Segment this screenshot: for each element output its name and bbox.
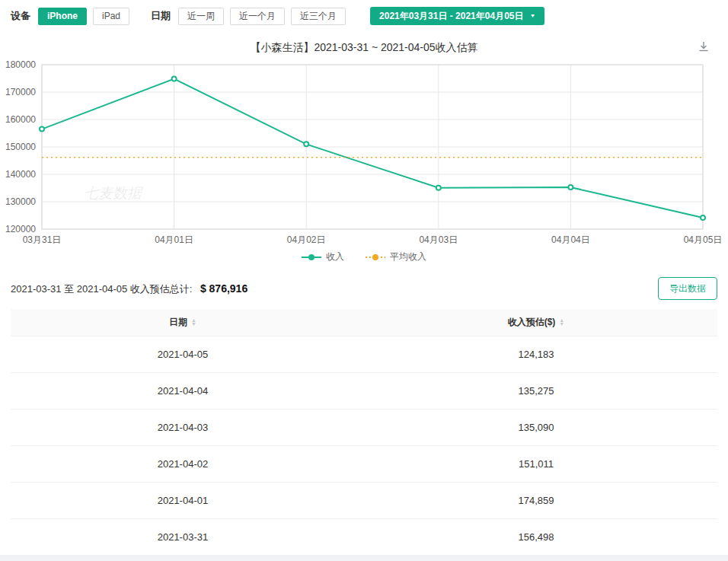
cell-revenue: 151,011	[355, 445, 717, 482]
svg-text:140000: 140000	[5, 169, 36, 180]
legend-marker-icon	[366, 253, 385, 261]
chart-title: 【小森生活】2021-03-31 ~ 2021-04-05收入估算	[250, 41, 477, 53]
table-header-row: 日期 ▲ ▼ 收入预估($) ▲ ▼	[11, 309, 717, 336]
chart-legend: 收入平均收入	[0, 250, 728, 263]
svg-text:180000: 180000	[5, 59, 36, 70]
sort-desc-icon: ▼	[191, 322, 196, 326]
column-header-date[interactable]: 日期 ▲ ▼	[11, 309, 355, 336]
table-row: 2021-04-04 135,275	[11, 372, 717, 409]
revenue-table: 日期 ▲ ▼ 收入预估($) ▲ ▼ 2021-04-0	[11, 309, 717, 556]
cell-date: 2021-04-02	[11, 445, 355, 482]
cell-revenue: 135,275	[355, 372, 717, 409]
device-label: 设备	[11, 9, 30, 23]
chevron-down-icon: ▼	[530, 13, 536, 18]
date-label: 日期	[151, 9, 171, 23]
summary-amount: $ 876,916	[200, 282, 247, 295]
table-row: 2021-04-01 174,859	[11, 482, 717, 518]
page-background-strip	[0, 555, 728, 561]
svg-text:七麦数据: 七麦数据	[84, 185, 143, 201]
svg-text:04月03日: 04月03日	[419, 234, 458, 245]
chart-header: 【小森生活】2021-03-31 ~ 2021-04-05收入估算	[0, 40, 728, 56]
summary-total: 2021-03-31 至 2021-04-05 收入预估总计: $ 876,91…	[11, 282, 247, 296]
legend-label: 平均收入	[390, 250, 426, 263]
revenue-line-chart: 1200001300001400001500001600001700001800…	[2, 57, 726, 249]
cell-date: 2021-03-31	[11, 518, 355, 555]
toolbar: 设备 iPhone iPad 日期 近一周 近一个月 近三个月 2021年03月…	[0, 0, 728, 25]
cell-date: 2021-04-05	[11, 336, 355, 372]
legend-label: 收入	[326, 250, 344, 263]
sort-icon: ▲ ▼	[559, 318, 564, 326]
svg-text:160000: 160000	[5, 114, 36, 125]
legend-item-average[interactable]: 平均收入	[366, 250, 426, 263]
download-chart-button[interactable]	[698, 40, 710, 55]
svg-text:04月05日: 04月05日	[684, 234, 723, 245]
download-icon	[698, 40, 710, 53]
table-row: 2021-03-31 156,498	[11, 518, 717, 555]
table-row: 2021-04-02 151,011	[11, 445, 717, 482]
column-header-revenue-label: 收入预估($)	[508, 316, 556, 329]
svg-text:170000: 170000	[5, 87, 36, 97]
column-header-revenue[interactable]: 收入预估($) ▲ ▼	[355, 309, 717, 336]
svg-text:120000: 120000	[5, 224, 36, 234]
preset-button-month[interactable]: 近一个月	[230, 8, 285, 25]
cell-date: 2021-04-03	[11, 409, 355, 445]
cell-revenue: 174,859	[355, 482, 717, 518]
svg-text:04月01日: 04月01日	[155, 234, 193, 245]
device-button-iphone[interactable]: iPhone	[38, 8, 87, 25]
svg-text:03月31日: 03月31日	[23, 234, 62, 245]
cell-date: 2021-04-04	[11, 372, 355, 409]
table-row: 2021-04-05 124,183	[11, 336, 717, 372]
column-header-date-label: 日期	[169, 316, 187, 329]
legend-item-revenue[interactable]: 收入	[302, 250, 344, 263]
svg-text:04月04日: 04月04日	[551, 234, 590, 245]
preset-button-3months[interactable]: 近三个月	[291, 8, 346, 25]
svg-text:130000: 130000	[5, 196, 36, 207]
summary-label: 2021-03-31 至 2021-04-05 收入预估总计:	[11, 283, 192, 295]
sort-desc-icon: ▼	[559, 322, 564, 326]
table-row: 2021-04-03 135,090	[11, 409, 717, 445]
date-range-text: 2021年03月31日 - 2021年04月05日	[379, 10, 523, 23]
date-range-picker[interactable]: 2021年03月31日 - 2021年04月05日 ▼	[370, 7, 544, 25]
cell-revenue: 156,498	[355, 518, 717, 555]
export-data-button[interactable]: 导出数据	[658, 277, 717, 300]
summary-row: 2021-03-31 至 2021-04-05 收入预估总计: $ 876,91…	[0, 263, 728, 309]
svg-text:150000: 150000	[5, 142, 36, 152]
cell-revenue: 135,090	[355, 409, 717, 445]
cell-date: 2021-04-01	[11, 482, 355, 518]
cell-revenue: 124,183	[355, 336, 717, 372]
legend-marker-icon	[302, 253, 321, 261]
sort-icon: ▲ ▼	[191, 318, 196, 326]
preset-button-week[interactable]: 近一周	[178, 8, 224, 25]
device-button-ipad[interactable]: iPad	[93, 8, 129, 25]
svg-text:04月02日: 04月02日	[287, 234, 326, 245]
